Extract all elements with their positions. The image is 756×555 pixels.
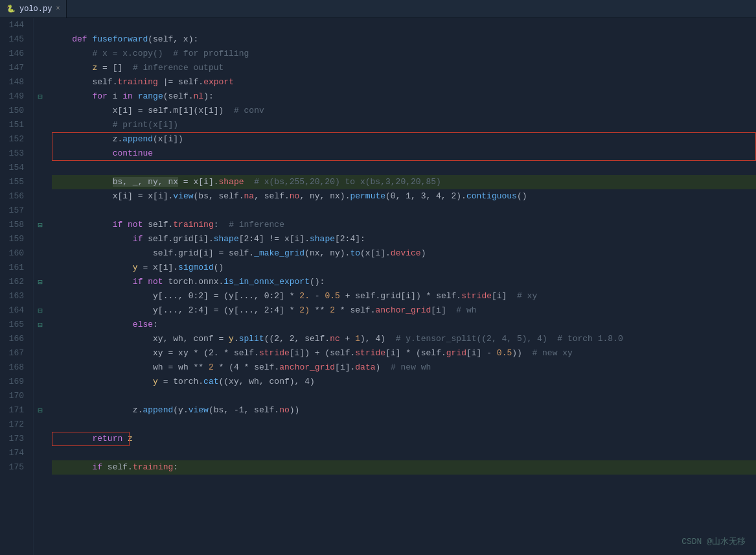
code-line: if self.grid[i].shape[2:4] != x[i].shape… xyxy=(52,232,756,246)
line-number: 156 xyxy=(3,189,28,204)
line-number: 149 xyxy=(3,89,28,104)
line-number: 148 xyxy=(3,75,28,89)
code-line: self.training |= self.export xyxy=(52,75,756,89)
gutter-cell xyxy=(34,132,47,147)
line-number: 166 xyxy=(3,332,28,346)
code-line: for i in range(self.nl): xyxy=(52,89,756,104)
code-line xyxy=(52,18,756,32)
line-number: 169 xyxy=(3,375,28,389)
gutter-cell: ⊟ xyxy=(34,303,47,318)
line-number: 161 xyxy=(3,261,28,275)
close-icon[interactable]: × xyxy=(56,5,60,12)
gutter-cell xyxy=(34,18,47,32)
gutter-cell xyxy=(34,460,47,475)
gutter-cell xyxy=(34,232,47,246)
line-number: 171 xyxy=(3,403,28,418)
gutter-cell xyxy=(34,47,47,61)
line-numbers: 1441451461471481491501511521531541551561… xyxy=(0,18,34,555)
gutter-cell xyxy=(34,61,47,75)
gutter-cell xyxy=(34,175,47,189)
code-line xyxy=(52,418,756,432)
code-line: x[i] = x[i].view(bs, self.na, self.no, n… xyxy=(52,189,756,204)
code-line: bs, _, ny, nx = x[i].shape # x(bs,255,20… xyxy=(52,175,756,189)
code-area: def fuseforward(self, x): # x = x.copy()… xyxy=(47,18,756,555)
code-line xyxy=(52,389,756,403)
code-line: y = torch.cat((xy, wh, conf), 4) xyxy=(52,375,756,389)
gutter-cell xyxy=(34,360,47,375)
line-number: 157 xyxy=(3,204,28,218)
line-number: 152 xyxy=(3,132,28,147)
line-number: 145 xyxy=(3,32,28,47)
file-tab[interactable]: 🐍 yolo.py × xyxy=(0,0,67,18)
code-line: def fuseforward(self, x): xyxy=(52,32,756,47)
gutter-cell xyxy=(34,446,47,460)
gutter-cell xyxy=(34,418,47,432)
line-number: 170 xyxy=(3,389,28,403)
code-line: y[..., 0:2] = (y[..., 0:2] * 2. - 0.5 + … xyxy=(52,289,756,303)
gutter-cell: ⊟ xyxy=(34,318,47,332)
line-number: 144 xyxy=(3,18,28,32)
code-line: z.append(x[i]) xyxy=(52,132,756,147)
code-line: self.grid[i] = self._make_grid(nx, ny).t… xyxy=(52,246,756,261)
line-number: 150 xyxy=(3,104,28,118)
code-line: wh = wh ** 2 * (4 * self.anchor_grid[i].… xyxy=(52,360,756,375)
code-line: # x = x.copy() # for profiling xyxy=(52,47,756,61)
line-number: 175 xyxy=(3,460,28,475)
line-number: 165 xyxy=(3,318,28,332)
code-line: if not torch.onnx.is_in_onnx_export(): xyxy=(52,275,756,289)
gutter-cell xyxy=(34,32,47,47)
gutter-cell xyxy=(34,432,47,446)
line-number: 158 xyxy=(3,218,28,232)
line-number: 172 xyxy=(3,418,28,432)
code-line: y[..., 2:4] = (y[..., 2:4] * 2) ** 2 * s… xyxy=(52,303,756,318)
line-number: 151 xyxy=(3,118,28,132)
gutter-cell xyxy=(34,147,47,161)
line-number: 174 xyxy=(3,446,28,460)
code-line: else: xyxy=(52,318,756,332)
line-number: 168 xyxy=(3,360,28,375)
line-number: 159 xyxy=(3,232,28,246)
gutter-cell xyxy=(34,204,47,218)
line-number: 153 xyxy=(3,147,28,161)
gutter-cell xyxy=(34,189,47,204)
code-line: z = [] # inference output xyxy=(52,61,756,75)
code-line: return z xyxy=(52,432,756,446)
watermark: CSDN @山水无移 xyxy=(682,536,746,547)
tab-filename: yolo.py xyxy=(19,5,52,14)
gutter-cell xyxy=(34,375,47,389)
gutter-cell xyxy=(34,289,47,303)
gutter-cell: ⊟ xyxy=(34,218,47,232)
gutter-cell: ⊟ xyxy=(34,275,47,289)
tab-bar: 🐍 yolo.py × xyxy=(0,0,756,18)
code-line: x[i] = self.m[i](x[i]) # conv xyxy=(52,104,756,118)
line-number: 155 xyxy=(3,175,28,189)
line-number: 162 xyxy=(3,275,28,289)
gutter-cell xyxy=(34,332,47,346)
line-number: 164 xyxy=(3,303,28,318)
line-number: 146 xyxy=(3,47,28,61)
gutter-cell xyxy=(34,261,47,275)
gutter-cell xyxy=(34,346,47,360)
code-line: xy = xy * (2. * self.stride[i]) + (self.… xyxy=(52,346,756,360)
gutter-cell: ⊟ xyxy=(34,403,47,418)
code-line xyxy=(52,204,756,218)
gutter-cell xyxy=(34,104,47,118)
code-line: xy, wh, conf = y.split((2, 2, self.nc + … xyxy=(52,332,756,346)
python-icon: 🐍 xyxy=(6,5,16,13)
line-number: 147 xyxy=(3,61,28,75)
line-number: 154 xyxy=(3,161,28,175)
gutter-cell xyxy=(34,246,47,261)
code-line xyxy=(52,446,756,460)
gutter-cell xyxy=(34,75,47,89)
gutter-cell xyxy=(34,389,47,403)
line-number: 167 xyxy=(3,346,28,360)
code-line: if not self.training: # inference xyxy=(52,218,756,232)
gutter-cell: ⊟ xyxy=(34,89,47,104)
code-line: z.append(y.view(bs, -1, self.no)) xyxy=(52,403,756,418)
code-line xyxy=(52,161,756,175)
gutter-cell xyxy=(34,118,47,132)
gutter: ⊟⊟⊟⊟⊟⊟ xyxy=(34,18,47,555)
line-number: 163 xyxy=(3,289,28,303)
gutter-cell xyxy=(34,161,47,175)
code-line: # print(x[i]) xyxy=(52,118,756,132)
